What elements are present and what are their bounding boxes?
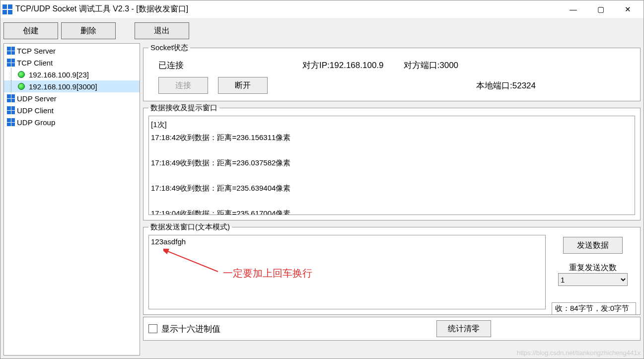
disconnect-button[interactable]: 断开 xyxy=(218,77,268,94)
minimize-button[interactable]: — xyxy=(560,1,587,17)
tree-tcp-client[interactable]: TCP Client xyxy=(4,57,140,69)
connection-tree[interactable]: TCP Server TCP Client 192.168.100.9[23] … xyxy=(3,43,140,356)
local-port: 本地端口:52324 xyxy=(476,80,536,91)
delete-button[interactable]: 删除 xyxy=(61,22,116,39)
window-title: TCP/UDP Socket 调试工具 V2.3 - [数据收发窗口] xyxy=(15,4,560,14)
repeat-label: 重复发送次数 xyxy=(558,263,628,273)
exit-button[interactable]: 退出 xyxy=(135,22,189,39)
recv-legend: 数据接收及提示窗口 xyxy=(148,103,219,113)
recv-group: 数据接收及提示窗口 [1次] 17:18:42收到数据：距离=236.15631… xyxy=(143,103,641,220)
app-icon xyxy=(2,4,12,14)
peer-port: 对方端口:3000 xyxy=(404,60,459,71)
maximize-button[interactable]: ▢ xyxy=(587,1,614,17)
socket-status-legend: Socket状态 xyxy=(148,43,190,53)
tree-client-2[interactable]: 192.168.100.9[3000] xyxy=(4,80,140,92)
tree-udp-client[interactable]: UDP Client xyxy=(4,104,140,116)
tree-tcp-server[interactable]: TCP Server xyxy=(4,45,140,57)
bottom-bar: 显示十六进制值 统计清零 xyxy=(143,317,641,341)
connection-status: 已连接 xyxy=(158,60,283,71)
tree-udp-group[interactable]: UDP Group xyxy=(4,116,140,128)
recv-textarea[interactable]: [1次] 17:18:42收到数据：距离=236.156311像素 17:18:… xyxy=(148,116,635,215)
stats-bar: 收：84字节，发:0字节 xyxy=(552,302,636,315)
close-button[interactable]: ✕ xyxy=(614,1,642,17)
repeat-select[interactable]: 1 xyxy=(558,273,628,286)
send-legend: 数据发送窗口(文本模式) xyxy=(148,222,232,232)
socket-status-group: Socket状态 已连接 对方IP:192.168.100.9 对方端口:300… xyxy=(143,43,641,101)
clear-stats-button[interactable]: 统计清零 xyxy=(436,320,491,337)
peer-ip: 对方IP:192.168.100.9 xyxy=(302,60,384,71)
hex-checkbox[interactable]: 显示十六进制值 xyxy=(148,323,220,335)
connect-button[interactable]: 连接 xyxy=(158,77,208,94)
titlebar: TCP/UDP Socket 调试工具 V2.3 - [数据收发窗口] — ▢ … xyxy=(0,0,644,18)
create-button[interactable]: 创建 xyxy=(3,22,58,39)
send-group: 数据发送窗口(文本模式) 发送数据 重复发送次数 1 收：84字节，发:0字节 xyxy=(143,222,641,315)
send-button[interactable]: 发送数据 xyxy=(563,237,623,254)
toolbar: 创建 删除 退出 xyxy=(0,18,644,43)
send-textarea[interactable] xyxy=(148,235,546,309)
status-dot-icon xyxy=(18,71,25,78)
status-dot-icon xyxy=(18,83,25,90)
tree-udp-server[interactable]: UDP Server xyxy=(4,92,140,104)
tree-client-1[interactable]: 192.168.100.9[23] xyxy=(4,69,140,80)
